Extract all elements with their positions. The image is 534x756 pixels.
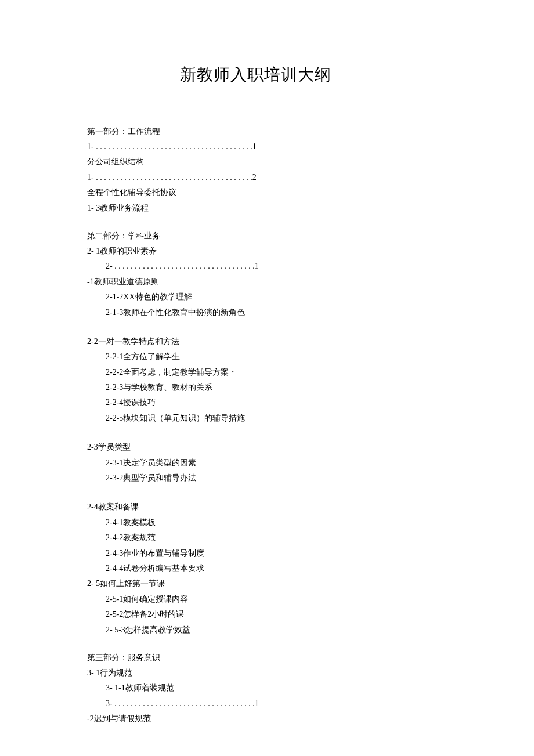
toc-item: 2- . . . . . . . . . . . . . . . . . . .… xyxy=(87,260,447,273)
toc-item: 2-4-4试卷分析编写基本要求 xyxy=(87,562,447,575)
toc-item: 2-4教案和备课 xyxy=(87,501,447,513)
toc-item: 2- 1教师的职业素养 xyxy=(87,245,447,258)
toc-item: 2-4-3作业的布置与辅导制度 xyxy=(87,547,447,560)
toc-item: 3- 1行为规范 xyxy=(87,667,447,679)
document-title: 新教师入职培训大纲 xyxy=(64,64,447,86)
toc-item: 2-5-1如何确定授课内容 xyxy=(87,593,447,606)
toc-item: 全程个性化辅导委托协议 xyxy=(87,186,447,199)
toc-item: 2-4-2教案规范 xyxy=(87,531,447,544)
toc-item: 1- 3教师业务流程 xyxy=(87,202,447,215)
toc-item: 2-3学员类型 xyxy=(87,441,447,454)
part2-heading: 第二部分：学科业务 xyxy=(87,231,447,241)
toc-item: 分公司组织结构 xyxy=(87,155,447,168)
document-page: 新教师入职培训大纲 第一部分：工作流程 1- . . . . . . . . .… xyxy=(0,0,534,756)
toc-item: 2-5-2怎样备2小时的课 xyxy=(87,608,447,621)
toc-item: 2- 5-3怎样提高教学效益 xyxy=(87,624,447,636)
part1-heading: 第一部分：工作流程 xyxy=(87,126,447,137)
toc-item: 2-2一对一教学特点和方法 xyxy=(87,335,447,348)
toc-item: 2-1-3教师在个性化教育中扮演的新角色 xyxy=(87,306,447,319)
toc-item: 2-2-5模块知识（单元知识）的辅导措施 xyxy=(87,412,447,425)
toc-item: 2-2-4授课技巧 xyxy=(87,396,447,409)
toc-item: 2-4-1教案模板 xyxy=(87,516,447,529)
toc-item: 2-1-2XX特色的教学理解 xyxy=(87,291,447,303)
toc-item: 3- 1-1教师着装规范 xyxy=(87,682,447,694)
toc-item: 2-3-1决定学员类型的因素 xyxy=(87,457,447,469)
toc-item: 2-2-3与学校教育、教材的关系 xyxy=(87,381,447,394)
toc-item: 3- . . . . . . . . . . . . . . . . . . .… xyxy=(87,697,447,710)
toc-item: -1教师职业道德原则 xyxy=(87,276,447,288)
toc-item: 2- 5如何上好第一节课 xyxy=(87,577,447,590)
toc-item: 2-2-2全面考虑，制定教学辅导方案・ xyxy=(87,366,447,379)
toc-item: 1- . . . . . . . . . . . . . . . . . . .… xyxy=(87,171,447,184)
toc-item: 2-2-1全方位了解学生 xyxy=(87,350,447,363)
toc-item: -2迟到与请假规范 xyxy=(87,712,447,725)
toc-item: 2-3-2典型学员和辅导办法 xyxy=(87,472,447,484)
toc-item: 1- . . . . . . . . . . . . . . . . . . .… xyxy=(87,140,447,153)
part3-heading: 第三部分：服务意识 xyxy=(87,653,447,663)
